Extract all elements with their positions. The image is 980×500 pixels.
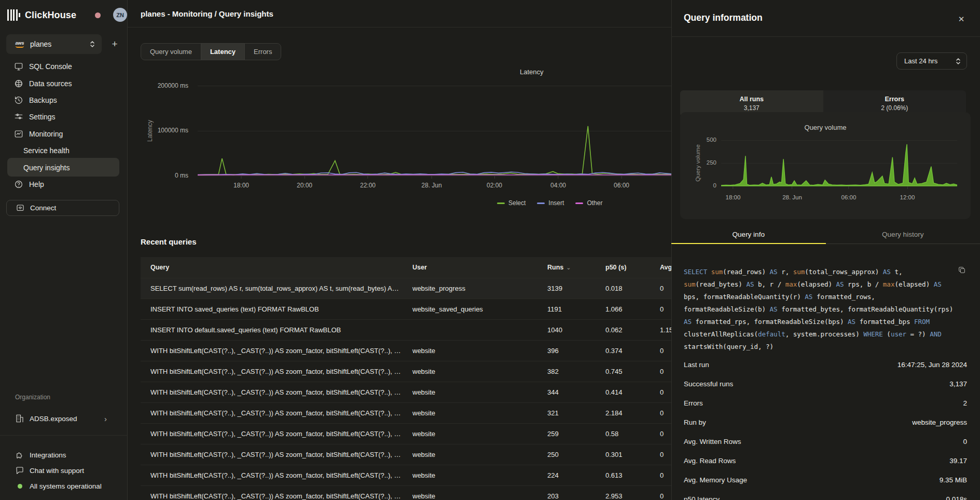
sql-token: FROM <box>914 318 930 326</box>
service-selector[interactable]: aws planes <box>6 34 102 54</box>
cell-avg: 0 <box>650 409 671 417</box>
chevron-updown-icon <box>90 40 95 48</box>
tab-query-volume[interactable]: Query volume <box>141 44 201 60</box>
chart-icon <box>14 129 23 139</box>
column-header-runs[interactable]: Runs⌄ <box>537 264 596 271</box>
tab-errors[interactable]: Errors <box>245 44 281 60</box>
table-row[interactable]: INSERT INTO saved_queries (text) FORMAT … <box>141 299 671 319</box>
table-row[interactable]: WITH bitShiftLeft(CAST(?..), _CAST(?..))… <box>141 423 671 444</box>
stat-row: p50 latency0.018s <box>684 490 967 500</box>
add-service-button[interactable]: + <box>107 36 122 52</box>
sidebar-item-system-status[interactable]: All systems operational <box>0 478 128 494</box>
tab-latency[interactable]: Latency <box>201 44 245 60</box>
history-icon <box>14 96 23 105</box>
sql-token: WHERE <box>863 330 887 338</box>
legend-label: Select <box>508 199 526 207</box>
legend-item-insert[interactable]: Insert <box>537 199 564 207</box>
aws-icon: aws <box>14 41 25 48</box>
organization-selector[interactable]: ADSB.exposed › <box>0 410 128 427</box>
cell-user: website <box>403 471 537 479</box>
clickhouse-logo-icon <box>7 9 20 21</box>
y-axis-title: Latency <box>146 114 154 148</box>
sql-token: , system.processes) <box>785 330 864 338</box>
sidebar-item-backups[interactable]: Backups <box>0 92 128 109</box>
latency-x-labels: 18:0020:0022:0028. Jun02:0004:0006:00 <box>198 182 671 190</box>
table-row[interactable]: WITH bitShiftLeft(CAST(?..), _CAST(?..))… <box>141 361 671 382</box>
column-header-p50[interactable]: p50 (s) <box>596 264 650 271</box>
sql-token: user <box>891 330 906 338</box>
close-icon[interactable]: ✕ <box>956 13 967 25</box>
sort-icon: ⌄ <box>566 264 571 271</box>
sidebar-item-service-health[interactable]: Service health <box>0 142 128 159</box>
sidebar-item-query-insights[interactable]: Query insights <box>0 159 128 175</box>
time-range-dropdown[interactable]: Last 24 hrs <box>896 52 967 70</box>
cell-p50: 0.745 <box>596 368 650 375</box>
cell-user: website_saved_queries <box>403 305 537 313</box>
legend-label: Insert <box>548 199 564 207</box>
table-row[interactable]: WITH bitShiftLeft(CAST(?..), _CAST(?..))… <box>141 402 671 423</box>
table-row[interactable]: SELECT sum(read_rows) AS r, sum(total_ro… <box>141 278 671 299</box>
query-volume-card: Query volume 500 250 0 Query volume 18:0… <box>680 112 971 219</box>
tab-query-history[interactable]: Query history <box>826 225 980 244</box>
legend-item-other[interactable]: Other <box>575 199 602 207</box>
cell-avg: 0 <box>650 368 671 375</box>
table-row[interactable]: WITH bitShiftLeft(CAST(?..), _CAST(?..))… <box>141 485 671 500</box>
sql-token: AS <box>883 268 895 276</box>
cell-query: INSERT INTO default.saved_queries (text)… <box>141 326 403 334</box>
column-header-user[interactable]: User <box>403 264 537 271</box>
sql-token: bps, formatReadableQuantity(r) <box>684 293 805 301</box>
sidebar-item-monitoring[interactable]: Monitoring <box>0 126 128 142</box>
y-axis-title: Query volume <box>695 141 701 185</box>
sidebar-item-chat-support[interactable]: Chat with support <box>0 463 128 478</box>
chevron-updown-icon <box>956 58 961 65</box>
table-row[interactable]: WITH bitShiftLeft(CAST(?..), _CAST(?..))… <box>141 444 671 465</box>
sidebar-item-data-sources[interactable]: Data sources <box>0 75 128 91</box>
x-tick-label: 06:00 <box>832 194 865 200</box>
sql-token: formatted_bytes, formatReadableQuantity(… <box>781 305 953 313</box>
cell-p50: 0.374 <box>596 347 650 355</box>
legend-item-select[interactable]: Select <box>497 199 526 207</box>
sql-token: formatted_bps <box>860 318 914 326</box>
sql-code-block: SELECT sum(read_rows) AS r, sum(total_ro… <box>684 266 958 353</box>
cell-user: website <box>403 409 537 417</box>
cell-p50: 0.414 <box>596 388 650 396</box>
sidebar-item-sql-console[interactable]: SQL Console <box>0 58 128 75</box>
time-range-value: Last 24 hrs <box>904 57 937 65</box>
table-row[interactable]: INSERT INTO default.saved_queries (text)… <box>141 319 671 340</box>
y-tick-label: 0 <box>699 182 716 188</box>
sidebar-nav: SQL Console Data sources Backups Setting… <box>0 58 128 193</box>
x-tick-label: 28. Jun <box>776 194 809 200</box>
x-tick-label: 18:00 <box>223 182 259 189</box>
tab-query-info[interactable]: Query info <box>671 225 826 244</box>
table-row[interactable]: WITH bitShiftLeft(CAST(?..), _CAST(?..))… <box>141 382 671 402</box>
chart-legend: Select Insert Other <box>497 199 602 207</box>
column-header-query[interactable]: Query <box>141 264 403 271</box>
y-tick-label: 0 ms <box>144 172 188 179</box>
stat-row: Last run16:47:25, Jun 28 2024 <box>684 355 967 374</box>
sidebar-item-label: Backups <box>29 96 57 104</box>
copy-icon[interactable] <box>958 266 967 275</box>
page-title: planes - Monitoring / Query insights <box>141 9 273 18</box>
table-row[interactable]: WITH bitShiftLeft(CAST(?..), _CAST(?..))… <box>141 465 671 485</box>
sql-token: AS <box>836 280 848 288</box>
sidebar-item-integrations[interactable]: Integrations <box>0 447 128 463</box>
stat-label: p50 latency <box>684 495 720 500</box>
column-header-avg[interactable]: Avg. <box>650 264 671 271</box>
x-tick-label: 02:00 <box>476 182 513 189</box>
sidebar-item-help[interactable]: Help <box>0 176 128 193</box>
cell-runs: 396 <box>537 347 596 355</box>
sidebar-item-settings[interactable]: Settings <box>0 109 128 125</box>
cell-avg: 0 <box>650 388 671 396</box>
sql-token: AND <box>930 330 942 338</box>
sql-token: AS <box>770 268 782 276</box>
x-tick-label: 18:00 <box>716 194 750 200</box>
avatar[interactable]: ZN <box>113 8 127 22</box>
panel-divider <box>671 36 980 37</box>
volume-chart-title: Query volume <box>680 124 971 131</box>
cell-user: website <box>403 492 537 500</box>
connect-button[interactable]: Connect <box>6 200 119 216</box>
sql-token: (read_rows) <box>723 268 769 276</box>
stat-value: 16:47:25, Jun 28 2024 <box>898 361 967 369</box>
y-tick-label: 200000 ms <box>144 82 188 89</box>
table-row[interactable]: WITH bitShiftLeft(CAST(?..), _CAST(?..))… <box>141 340 671 361</box>
